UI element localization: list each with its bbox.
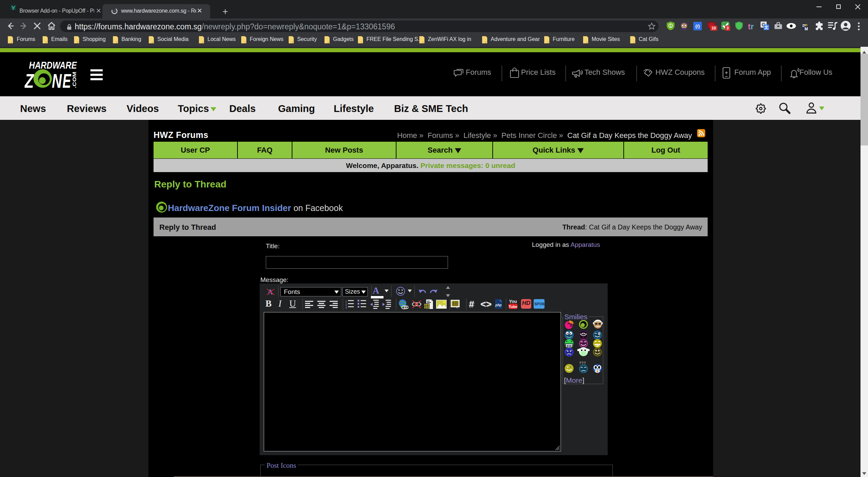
svg-text:php: php <box>495 303 502 307</box>
svg-text:3: 3 <box>345 306 347 309</box>
svg-text:.COM: .COM <box>71 72 77 88</box>
svg-text:E: E <box>62 70 71 89</box>
svg-text:M: M <box>805 27 808 31</box>
svg-text:N: N <box>52 70 62 89</box>
svg-text:HARDWARE: HARDWARE <box>29 60 77 71</box>
svg-text:You: You <box>509 299 517 304</box>
svg-text:Z: Z <box>25 70 34 89</box>
svg-text:Tube: Tube <box>509 305 517 309</box>
svg-text:文: 文 <box>764 25 768 30</box>
